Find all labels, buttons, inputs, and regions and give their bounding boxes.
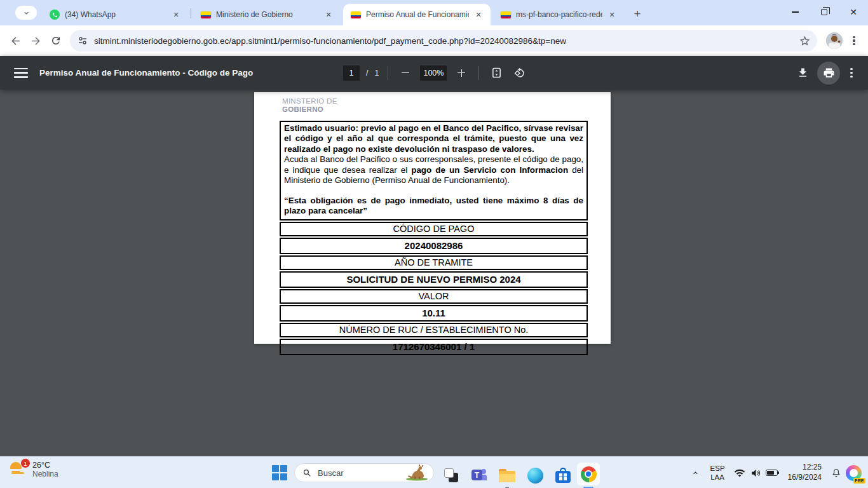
microsoft-store-icon [555,468,571,483]
avatar-image [826,32,843,49]
tab-permiso-active[interactable]: Permiso Anual de Funcionamie ✕ [343,4,491,25]
search-icon [302,468,312,478]
tab-search-button[interactable] [15,6,37,20]
taskbar-teams-button[interactable]: T [468,464,491,487]
toolbar-divider [478,66,479,80]
forward-button[interactable] [25,30,46,51]
notification-button[interactable] [828,468,844,478]
tab-title: Permiso Anual de Funcionamie [366,10,469,19]
window-minimize-button[interactable] [780,0,810,24]
tab-close-icon[interactable]: ✕ [170,9,182,20]
taskbar-task-view-button[interactable] [440,464,463,487]
rotate-button[interactable] [511,65,527,81]
table-row-label: AÑO DE TRAMITE [280,255,588,270]
start-button[interactable] [272,465,287,480]
battery-button[interactable] [764,470,779,476]
table-row-value: 20240082986 [280,238,588,254]
notice-paragraph-2: Acuda al Banco del Pacifico o sus corres… [284,154,583,186]
chevron-up-icon [691,469,700,477]
print-icon [823,67,835,79]
table-row-value: SOLICITUD DE NUEVO PERMISO 2024 [280,271,588,288]
notification-bell-icon [831,468,841,478]
rotate-ccw-icon [514,67,525,78]
system-tray: ESP LAA 12:25 16/9/2024 PRE [688,457,868,488]
battery-icon [766,470,778,476]
notice-paragraph-bold: Estimado usuario: previo al pago en el B… [284,123,583,154]
ministry-logo: MINSTERIO DE GOBIERNO [282,97,337,114]
volume-icon [750,468,761,478]
bookmark-star-icon[interactable] [799,35,811,47]
volume-button[interactable] [748,468,764,478]
chrome-icon [581,466,597,482]
notice2-bold: pago de un Servicio con Informacion [411,165,568,175]
file-explorer-icon [499,469,515,482]
reload-icon [50,35,62,46]
edge-icon [527,468,543,484]
tab-title: Ministerio de Gobierno [216,10,319,19]
download-button[interactable] [792,62,813,84]
fit-page-button[interactable] [488,65,505,81]
wifi-icon [734,468,745,478]
zoom-in-button[interactable] [453,65,470,81]
ecuador-flag-icon [351,10,361,20]
pdf-viewer[interactable]: MINSTERIO DE GOBIERNO Estimado usuario: … [0,90,868,456]
taskbar-edge-button[interactable] [524,464,546,487]
pdf-title: Permiso Anual de Funcionamiento - Código… [39,68,253,78]
new-tab-button[interactable]: + [629,6,646,22]
tab-close-icon[interactable]: ✕ [606,9,618,20]
zoom-out-button[interactable] [397,65,414,81]
table-row-label: VALOR [280,289,588,304]
chevron-down-icon [22,9,31,17]
forward-arrow-icon [30,35,42,47]
tab-separator [191,8,191,18]
reload-button[interactable] [46,30,66,51]
document-content: Estimado usuario: previo al pago en el B… [280,121,588,355]
pdf-menu-button[interactable] [14,68,28,78]
address-bar[interactable]: sitmint.ministeriodegobierno.gob.ec/app.… [70,30,817,51]
taskbar-store-button[interactable] [552,464,574,487]
pdf-page-controls: 1 / 1 100% [343,56,527,90]
pdf-toolbar: Permiso Anual de Funcionamiento - Código… [0,56,868,90]
zoom-level[interactable]: 100% [420,65,447,81]
wifi-button[interactable] [731,468,748,478]
whatsapp-icon [50,10,60,20]
restore-icon [821,9,827,15]
screen: (34) WhatsApp ✕ Ministerio de Gobierno ✕… [0,0,868,488]
clock-widget[interactable]: 12:25 16/9/2024 [788,463,822,482]
copilot-button[interactable]: PRE [846,465,862,481]
profile-avatar[interactable] [826,32,843,49]
tab-close-icon[interactable]: ✕ [323,9,334,20]
language-indicator[interactable]: ESP LAA [710,464,725,482]
logo-line2: GOBIERNO [282,105,337,114]
taskbar-chrome-button[interactable] [577,463,600,485]
print-button[interactable] [817,62,840,85]
window-restore-button[interactable] [810,0,839,24]
tab-whatsapp[interactable]: (34) WhatsApp ✕ [42,4,188,25]
weather-widget[interactable]: 1 26°C Neblina [6,459,58,480]
taskbar: 1 26°C Neblina Buscar [0,456,868,488]
back-button[interactable] [5,30,25,51]
page-divider: / [366,69,368,78]
logo-line1: MINSTERIO DE [282,97,337,105]
page-total: 1 [374,69,379,78]
browser-menu-button[interactable] [846,33,862,48]
weather-desc: Neblina [32,470,58,478]
pdf-more-button[interactable] [844,65,859,81]
tab-banco-pacifico[interactable]: ms-pf-banco-pacifico-redes-tbl ✕ [493,4,624,25]
url-text[interactable]: sitmint.ministeriodegobierno.gob.ec/app.… [94,36,799,46]
window-close-button[interactable]: ✕ [839,0,868,24]
table-row-value: 1712670346001 / 1 [280,339,588,355]
taskbar-file-explorer-button[interactable] [496,464,519,487]
table-row-value: 10.11 [280,305,588,322]
close-icon: ✕ [850,7,857,17]
zoom-in-icon [458,69,465,77]
tab-ministerio[interactable]: Ministerio de Gobierno ✕ [193,4,341,25]
page-number-input[interactable]: 1 [343,65,360,81]
window-controls: ✕ [780,0,868,24]
tab-title: (34) WhatsApp [65,10,166,19]
tray-overflow-button[interactable] [688,469,704,477]
site-settings-icon [78,36,88,46]
tab-close-icon[interactable]: ✕ [473,9,484,20]
taskbar-search[interactable]: Buscar [294,463,434,482]
weather-icon: 1 [6,459,28,480]
